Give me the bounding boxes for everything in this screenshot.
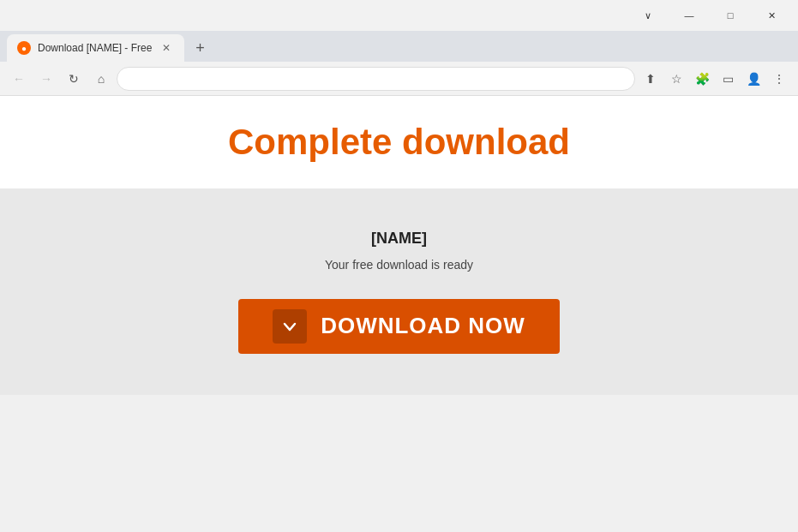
browser-chrome: ∨ — □ ✕ ● Download [NAME] - Free ✕ + ← →… — [0, 0, 798, 96]
sidebar-icon[interactable]: ▭ — [716, 67, 740, 91]
back-button[interactable]: ← — [7, 67, 31, 91]
tab-close-button[interactable]: ✕ — [159, 40, 174, 56]
title-bar: ∨ — □ ✕ — [0, 0, 798, 31]
file-name: [NAME] — [371, 230, 427, 248]
refresh-button[interactable]: ↻ — [62, 67, 86, 91]
share-icon[interactable]: ⬆ — [639, 67, 663, 91]
ready-text: Your free download is ready — [325, 258, 473, 272]
tab-favicon: ● — [17, 41, 31, 55]
minimize-button[interactable]: — — [669, 2, 709, 29]
tabs-bar: ● Download [NAME] - Free ✕ + — [0, 31, 798, 62]
new-tab-button[interactable]: + — [188, 36, 212, 60]
extensions-icon[interactable]: 🧩 — [690, 67, 714, 91]
collapse-button[interactable]: ∨ — [628, 2, 668, 29]
toolbar: ← → ↻ ⌂ ⬆ ☆ 🧩 ▭ 👤 ⋮ — [0, 62, 798, 96]
active-tab[interactable]: ● Download [NAME] - Free ✕ — [7, 34, 184, 62]
forward-button[interactable]: → — [34, 67, 58, 91]
home-button[interactable]: ⌂ — [89, 67, 113, 91]
chevron-down-icon — [273, 309, 307, 344]
close-button[interactable]: ✕ — [752, 2, 791, 29]
download-now-button[interactable]: DOWNLOAD NOW — [238, 299, 560, 354]
content-area: [NAME] Your free download is ready DOWNL… — [0, 188, 798, 395]
page-header: Complete download — [0, 96, 798, 188]
maximize-button[interactable]: □ — [711, 2, 750, 29]
toolbar-icons: ⬆ ☆ 🧩 ▭ 👤 ⋮ — [639, 67, 791, 91]
download-button-label: DOWNLOAD NOW — [321, 313, 525, 339]
page-title: Complete download — [17, 122, 781, 163]
tab-title-label: Download [NAME] - Free — [38, 42, 152, 54]
page-content: Complete download [NAME] Your free downl… — [0, 96, 798, 532]
bookmark-icon[interactable]: ☆ — [664, 67, 688, 91]
profile-icon[interactable]: 👤 — [741, 67, 765, 91]
window-controls: ∨ — □ ✕ — [628, 2, 791, 29]
bottom-area — [0, 395, 798, 533]
address-bar[interactable] — [117, 67, 635, 91]
menu-icon[interactable]: ⋮ — [767, 67, 791, 91]
